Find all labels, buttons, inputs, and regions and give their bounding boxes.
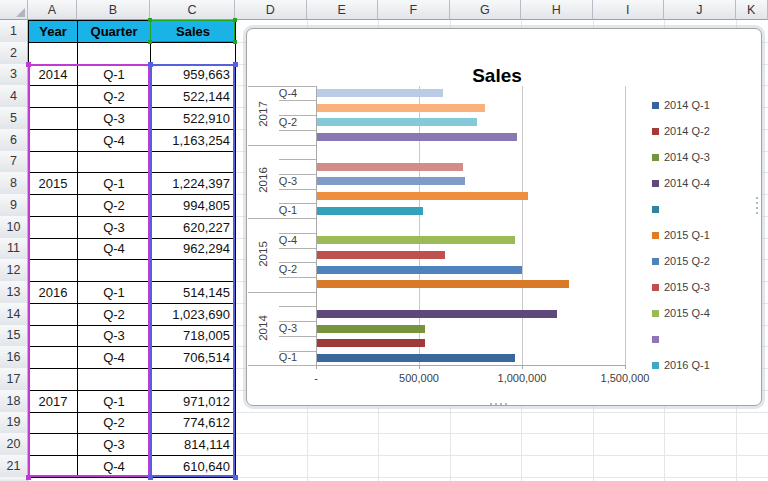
column-header-j[interactable]: J [664,0,736,20]
cell-a7[interactable] [28,151,78,174]
cell-b11[interactable]: Q-4 [77,238,151,261]
cell-a16[interactable] [28,346,78,369]
cell-b14[interactable]: Q-2 [77,303,151,326]
cell-a6[interactable] [28,129,78,152]
x-axis-tick-label[interactable]: - [284,372,348,384]
bar-2017-q-3[interactable] [317,104,485,112]
legend-item[interactable] [652,202,664,216]
value-range-border-handle[interactable] [148,475,153,480]
cell-c3[interactable]: 959,663 [150,64,236,87]
sales-chart[interactable]: -500,0001,000,0001,500,00020172016201520… [246,28,762,406]
cell-b20[interactable]: Q-3 [77,433,151,456]
bar-2014-q-2[interactable] [317,339,425,347]
cell-a15[interactable] [28,325,78,348]
cell-c20[interactable]: 814,114 [150,433,236,456]
table-header-quarter[interactable]: Quarter [77,20,151,43]
bar-2014-q-1[interactable] [317,354,515,362]
cell-a17[interactable] [28,368,78,391]
name-range-handle[interactable] [233,40,237,44]
row-header-20[interactable]: 20 [0,433,28,456]
row-header-13[interactable]: 13 [0,281,28,304]
cell-c16[interactable]: 706,514 [150,346,236,369]
row-header-22[interactable] [0,477,28,481]
cell-b6[interactable]: Q-4 [77,129,151,152]
year-axis-label[interactable]: 2017 [257,94,269,134]
cell-c2[interactable] [150,42,236,65]
bar-2016-q-3[interactable] [317,177,465,185]
cell-a20[interactable] [28,433,78,456]
cell-a14[interactable] [28,303,78,326]
category-range-border-handle[interactable] [26,62,31,67]
legend-item[interactable]: 2015 Q-1 [652,228,710,242]
bar-2014-q-4[interactable] [317,310,557,318]
cell-b5[interactable]: Q-3 [77,107,151,130]
row-header-19[interactable]: 19 [0,412,28,435]
cell-c15[interactable]: 718,005 [150,325,236,348]
legend-item[interactable]: 2015 Q-2 [652,254,710,268]
column-header-a[interactable]: A [28,0,77,20]
year-axis-label[interactable]: 2016 [257,160,269,200]
value-range-border-handle[interactable] [233,62,238,67]
row-header-21[interactable]: 21 [0,455,28,478]
legend-item[interactable]: 2014 Q-2 [652,124,710,138]
cell-a13[interactable]: 2016 [28,281,78,304]
legend-item[interactable]: 2015 Q-4 [652,306,710,320]
year-axis-label[interactable]: 2014 [257,308,269,348]
column-header-d[interactable]: D [235,0,307,20]
cell-c5[interactable]: 522,910 [150,107,236,130]
row-header-4[interactable]: 4 [0,85,28,108]
cell-b15[interactable]: Q-3 [77,325,151,348]
bar-2016-q-2[interactable] [317,192,528,200]
row-header-7[interactable]: 7 [0,151,28,174]
cell-a18[interactable]: 2017 [28,390,78,413]
row-header-2[interactable]: 2 [0,42,28,65]
row-header-10[interactable]: 10 [0,216,28,239]
x-axis-tick-label[interactable]: 1,500,000 [593,372,657,384]
cell-a4[interactable] [28,85,78,108]
quarter-axis-label[interactable]: Q-2 [271,263,305,275]
name-range-handle[interactable] [148,40,152,44]
quarter-axis-label[interactable]: Q-2 [271,116,305,128]
quarter-axis-label[interactable]: Q-4 [271,234,305,246]
bar-2017-q-2[interactable] [317,118,477,126]
cell-b12[interactable] [77,259,151,282]
column-header-e[interactable]: E [307,0,379,20]
cell-c11[interactable]: 962,294 [150,238,236,261]
bar-2017-q-1[interactable] [317,133,517,141]
cell-a21[interactable] [28,455,78,478]
table-header-sales[interactable]: Sales [150,20,236,43]
category-range-border-handle[interactable] [26,475,31,480]
x-axis-tick-label[interactable]: 1,000,000 [490,372,554,384]
cell-a3[interactable]: 2014 [28,64,78,87]
value-range-border-handle[interactable] [148,62,153,67]
cell-c17[interactable] [150,368,236,391]
bar-2016-q-1[interactable] [317,207,423,215]
select-all-box[interactable] [0,0,28,20]
bar-2015-q-3[interactable] [317,251,445,259]
bar-2016-q-4[interactable] [317,163,463,171]
cell-c10[interactable]: 620,227 [150,216,236,239]
cell-a9[interactable] [28,194,78,217]
table-header-year[interactable]: Year [28,20,78,43]
legend-item[interactable]: 2014 Q-1 [652,98,710,112]
row-header-18[interactable]: 18 [0,390,28,413]
cell-a8[interactable]: 2015 [28,172,78,195]
row-header-11[interactable]: 11 [0,238,28,261]
cell-b13[interactable]: Q-1 [77,281,151,304]
cell-c19[interactable]: 774,612 [150,412,236,435]
cell-a11[interactable] [28,238,78,261]
quarter-axis-label[interactable]: Q-1 [271,351,305,363]
cell-b9[interactable]: Q-2 [77,194,151,217]
row-header-17[interactable]: 17 [0,368,28,391]
cell-c8[interactable]: 1,224,397 [150,172,236,195]
chart-title[interactable]: Sales [247,65,747,87]
cell-a12[interactable] [28,259,78,282]
column-header-h[interactable]: H [521,0,593,20]
quarter-axis-label[interactable]: Q-3 [271,322,305,334]
cell-b18[interactable]: Q-1 [77,390,151,413]
legend-item[interactable]: 2014 Q-4 [652,176,710,190]
cell-a10[interactable] [28,216,78,239]
cell-c7[interactable] [150,151,236,174]
cell-b10[interactable]: Q-3 [77,216,151,239]
cell-b19[interactable]: Q-2 [77,412,151,435]
